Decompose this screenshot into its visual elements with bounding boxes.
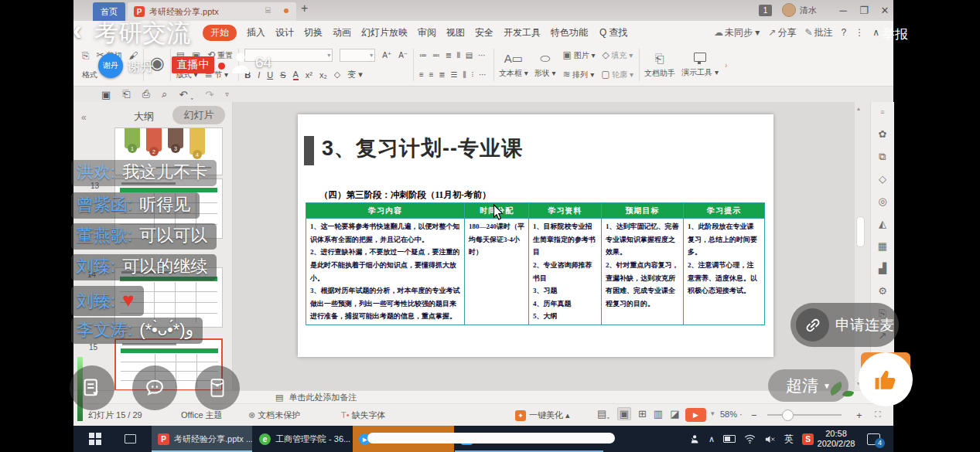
current-slide[interactable]: 3、复习计划--专业课 （四）第三阶段：冲刺阶段（11月初-考前） 学习内容 时… bbox=[298, 114, 773, 357]
zoom-level[interactable]: 58% · bbox=[720, 410, 743, 419]
ribbon-tab-transition[interactable]: 切换 bbox=[304, 26, 323, 39]
ribbon-tab-devtools[interactable]: 开发工具 bbox=[504, 26, 541, 39]
people-tray-icon[interactable] bbox=[688, 433, 700, 445]
taskbar-clock[interactable]: 20:58 2020/2/28 bbox=[807, 429, 866, 449]
text-effect-button[interactable]: 变 ▾ bbox=[347, 69, 363, 80]
back-button[interactable]: ‹ bbox=[73, 17, 82, 45]
start-button[interactable] bbox=[83, 426, 108, 452]
attendance-button[interactable] bbox=[70, 365, 114, 410]
underline-button[interactable]: U bbox=[267, 70, 273, 80]
like-button[interactable] bbox=[859, 352, 913, 406]
textbox-button[interactable]: A▭ 文本框 ▾ bbox=[496, 46, 531, 83]
superscript-icon[interactable]: x² bbox=[306, 70, 312, 80]
more-icon[interactable]: ⋮ bbox=[855, 27, 864, 38]
subscript-icon[interactable]: x₂ bbox=[319, 70, 327, 80]
view-sorter-icon[interactable]: ⊞ bbox=[638, 408, 647, 420]
ribbon-expand-icon[interactable]: › bbox=[725, 61, 727, 70]
align-icons[interactable]: ≡ ≡ ≣ ☰ ⫼ ⫶ ⋯ bbox=[419, 70, 488, 80]
ribbon-tab-features[interactable]: 特色功能 bbox=[551, 26, 588, 39]
picture-button[interactable]: ▣ 图片 ▾ bbox=[563, 49, 596, 61]
taskbar-app-wps[interactable]: P 考研经验分享.pptx ... bbox=[152, 426, 252, 452]
redo-icon[interactable]: ↷ bbox=[205, 89, 213, 100]
zoom-out-icon[interactable]: − bbox=[751, 410, 757, 421]
slideshow-play-button[interactable]: ▶ bbox=[685, 408, 706, 422]
taskbar-app-browser[interactable]: e 工商管理学院 - 36... bbox=[253, 426, 352, 452]
undo-icon[interactable]: ↶ ˯ bbox=[179, 89, 193, 100]
chart-tool-icon[interactable]: ▟ bbox=[871, 263, 894, 274]
battery-icon[interactable] bbox=[723, 435, 736, 443]
export-icon[interactable]: ⎗ bbox=[122, 88, 130, 100]
present-mode-icon[interactable]: ⌸ bbox=[265, 5, 271, 15]
view-normal-icon[interactable]: ▣ bbox=[617, 407, 631, 420]
missing-font-status[interactable]: T•缺失字体 bbox=[341, 410, 386, 421]
grow-font-icon[interactable]: A⁺ bbox=[382, 51, 391, 59]
smartart-icon[interactable]: ◭ bbox=[871, 218, 894, 229]
transition-icon[interactable]: ⧉ bbox=[871, 151, 894, 163]
settings-sliders-icon[interactable]: ⚙ bbox=[871, 285, 894, 297]
speaker-muted-icon[interactable] bbox=[764, 434, 776, 444]
zoom-in-icon[interactable]: + bbox=[856, 410, 862, 421]
ribbon-tab-start[interactable]: 开始 bbox=[203, 25, 237, 41]
sync-status[interactable]: ☁未同步 ▾ bbox=[714, 26, 760, 39]
quality-selector[interactable]: 超清 ▼ bbox=[768, 369, 849, 402]
print-icon[interactable]: ⎙ bbox=[142, 88, 150, 100]
close-button[interactable]: ✕ bbox=[875, 0, 895, 20]
beautify-button[interactable]: ✦一键美化 ▴ bbox=[515, 410, 570, 421]
comment-button[interactable]: ✎批注 bbox=[804, 26, 832, 39]
play-options-icon[interactable]: ▾ bbox=[711, 410, 715, 417]
font-color-icon[interactable]: A bbox=[293, 70, 299, 80]
vertical-scrollbar[interactable] bbox=[856, 216, 865, 247]
theme-name[interactable]: Office 主题 bbox=[181, 410, 223, 421]
chat-button[interactable] bbox=[132, 365, 177, 410]
customize-toolbar-icon[interactable]: ▿ bbox=[225, 90, 229, 98]
collapse-ribbon-icon[interactable]: ∧ bbox=[872, 27, 879, 38]
ribbon-tab-view[interactable]: 视图 bbox=[446, 26, 465, 39]
ribbon-tab-security[interactable]: 安全 bbox=[475, 26, 493, 39]
help-icon[interactable]: ? bbox=[842, 27, 847, 38]
shrink-font-icon[interactable]: A⁻ bbox=[398, 51, 408, 59]
share-button[interactable]: ↗分享 bbox=[768, 26, 796, 39]
account-chip[interactable]: 清水 bbox=[782, 3, 817, 17]
outline-button[interactable]: ▢ 轮廓 ▾ bbox=[601, 69, 633, 80]
ribbon-tab-animation[interactable]: 动画 bbox=[333, 26, 351, 39]
ime-indicator[interactable]: 英 bbox=[784, 433, 794, 446]
minimize-button[interactable]: ─ bbox=[833, 0, 853, 20]
request-mic-button[interactable]: 申请连麦 bbox=[790, 303, 899, 347]
scroll-up-icon[interactable]: ▴ bbox=[857, 105, 860, 112]
collab-count-badge[interactable]: 1 bbox=[759, 5, 772, 16]
present-tools-button[interactable]: 演示工具 ▾ bbox=[678, 46, 722, 83]
panel-collapse-icon[interactable]: « bbox=[81, 112, 87, 123]
host-avatar[interactable]: 谢丹 bbox=[98, 53, 123, 78]
seal-icon[interactable]: ◎ bbox=[871, 195, 894, 207]
format-painter-label[interactable]: 格式 bbox=[82, 70, 97, 80]
print-preview-icon[interactable]: ⌕ bbox=[162, 88, 167, 100]
tab-slides[interactable]: 幻灯片 bbox=[172, 106, 225, 124]
red-packet-button[interactable] bbox=[195, 365, 240, 410]
report-button[interactable]: 举报 bbox=[882, 25, 908, 43]
strip-handle-icon[interactable]: ≡ bbox=[871, 108, 894, 116]
italic-button[interactable]: I bbox=[258, 70, 260, 80]
ribbon-tab-review[interactable]: 审阅 bbox=[418, 26, 436, 39]
paste-icon[interactable]: ⎘ bbox=[82, 50, 90, 61]
fill-button[interactable]: ◇ 填充 ▾ bbox=[602, 49, 633, 61]
view-special-icon[interactable]: ◪ bbox=[670, 408, 679, 420]
task-view-button[interactable] bbox=[118, 426, 142, 452]
fit-window-icon[interactable]: ⛶ bbox=[875, 410, 881, 420]
shapes-panel-icon[interactable]: ◇ bbox=[871, 173, 894, 185]
view-reading-icon[interactable]: ▥ bbox=[654, 408, 663, 420]
font-size-select[interactable]: ▾ bbox=[340, 49, 375, 62]
effects-icon[interactable]: ✿ bbox=[871, 128, 894, 140]
tab-outline[interactable]: 大纲 bbox=[134, 110, 154, 124]
zoom-slider-track[interactable] bbox=[767, 414, 842, 416]
arrange-button[interactable]: ≋ 排列 ▾ bbox=[563, 69, 595, 80]
find-button[interactable]: Q 查找 bbox=[599, 21, 627, 44]
doc-assistant-button[interactable]: ⎗ 文档助手 bbox=[641, 46, 678, 83]
view-notes-icon[interactable]: ▤˯ bbox=[597, 408, 610, 420]
ribbon-tab-design[interactable]: 设计 bbox=[275, 26, 294, 39]
new-tab-button[interactable]: + bbox=[301, 2, 308, 15]
zoom-slider-knob[interactable] bbox=[782, 410, 794, 421]
restore-button[interactable]: ❐ bbox=[854, 0, 874, 20]
ribbon-tab-slideshow[interactable]: 幻灯片放映 bbox=[361, 26, 408, 39]
notification-area[interactable]: 4 bbox=[867, 426, 880, 452]
clear-format-icon[interactable]: ◇ bbox=[334, 70, 340, 80]
